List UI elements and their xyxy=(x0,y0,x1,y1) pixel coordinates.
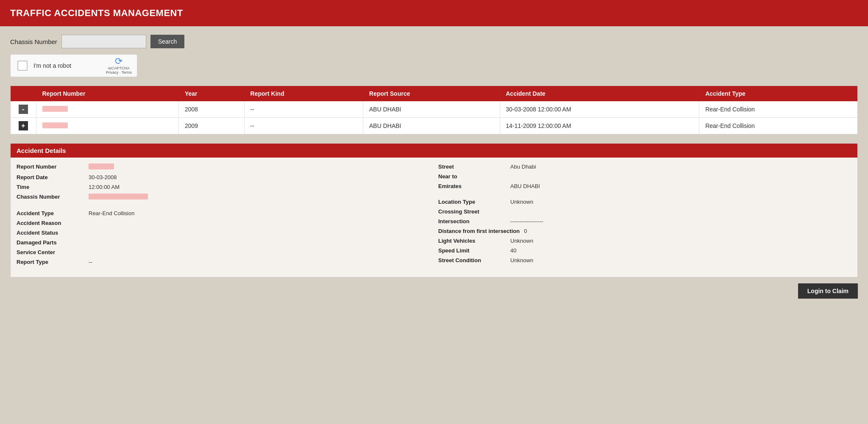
detail-row: Accident Reason xyxy=(17,220,430,226)
detail-row: Light VehiclesUnknown xyxy=(438,238,851,244)
detail-value: -- xyxy=(89,259,92,265)
cell-accident-type: Rear-End Collision xyxy=(699,118,857,134)
detail-value xyxy=(89,194,148,201)
detail-row: Time12:00:00 AM xyxy=(17,184,430,190)
recaptcha-label: I'm not a robot xyxy=(33,62,71,69)
detail-label: Light Vehicles xyxy=(438,238,506,244)
page-title: TRAFFIC ACCIDENTS MANAGEMENT xyxy=(10,8,183,18)
recaptcha-arrows-icon: ⟳ xyxy=(106,57,132,66)
search-button[interactable]: Search xyxy=(150,35,184,48)
accident-details-title: Accident Details xyxy=(17,147,66,154)
detail-value: 30-03-2008 xyxy=(89,174,117,180)
collapse-row-button[interactable]: - xyxy=(19,105,28,114)
detail-row: Damaged Parts xyxy=(17,239,430,246)
cell-report-kind: -- xyxy=(244,118,363,134)
col-toggle xyxy=(11,86,36,101)
detail-label: Intersection xyxy=(438,218,506,224)
detail-row: Accident Status xyxy=(17,230,430,236)
accident-details-section: Accident Details Report NumberReport Dat… xyxy=(10,143,858,277)
recaptcha-widget: I'm not a robot ⟳ reCAPTCHA Privacy · Te… xyxy=(10,54,137,77)
detail-row: Near to xyxy=(438,173,851,180)
detail-row: Report Number xyxy=(17,164,430,171)
cell-accident-type: Rear-End Collision xyxy=(699,101,857,118)
detail-value: Unknown xyxy=(510,199,533,205)
table-row: +2009--ABU DHABI14-11-2009 12:00:00 AMRe… xyxy=(11,118,857,134)
footer-row: Login to Claim xyxy=(10,277,858,300)
detail-label: Speed Limit xyxy=(438,247,506,254)
detail-value: ------------------ xyxy=(510,218,543,224)
detail-value: ABU DHABI xyxy=(510,183,540,189)
detail-row: Service Center xyxy=(17,249,430,255)
recaptcha-logo: ⟳ reCAPTCHA Privacy · Terms xyxy=(106,57,132,75)
detail-value: Rear-End Collision xyxy=(89,210,134,216)
col-accident-type: Accident Type xyxy=(699,86,857,101)
detail-value: Abu Dhabi xyxy=(510,164,536,170)
detail-row: Report Date30-03-2008 xyxy=(17,174,430,180)
detail-label: Report Number xyxy=(17,164,84,170)
detail-label: Time xyxy=(17,184,84,190)
detail-label: Crossing Street xyxy=(438,208,506,215)
header: TRAFFIC ACCIDENTS MANAGEMENT xyxy=(0,0,868,26)
detail-value: Unknown xyxy=(510,238,533,244)
cell-report-source: ABU DHABI xyxy=(363,118,500,134)
detail-row: EmiratesABU DHABI xyxy=(438,183,851,189)
chassis-number-label: Chassis Number xyxy=(10,38,57,45)
detail-value: 40 xyxy=(510,247,516,254)
chassis-number-input[interactable] xyxy=(61,35,146,48)
detail-right-col: StreetAbu DhabiNear toEmiratesABU DHABIL… xyxy=(438,164,851,269)
col-report-number: Report Number xyxy=(36,86,178,101)
detail-label: Chassis Number xyxy=(17,194,84,200)
detail-label: Distance from first intersection xyxy=(438,228,520,234)
detail-value: 0 xyxy=(524,228,527,234)
cell-report-source: ABU DHABI xyxy=(363,101,500,118)
detail-label: Accident Type xyxy=(17,210,84,216)
expand-row-button[interactable]: + xyxy=(19,121,28,130)
detail-row: Report Type-- xyxy=(17,259,430,265)
accident-details-header: Accident Details xyxy=(11,144,857,158)
detail-label: Emirates xyxy=(438,183,506,189)
table-header-row: Report Number Year Report Kind Report So… xyxy=(11,86,857,101)
detail-value: 12:00:00 AM xyxy=(89,184,120,190)
detail-label: Near to xyxy=(438,173,506,180)
col-report-source: Report Source xyxy=(363,86,500,101)
cell-year: 2009 xyxy=(178,118,244,134)
recaptcha-checkbox[interactable] xyxy=(17,61,28,71)
col-report-kind: Report Kind xyxy=(244,86,363,101)
detail-label: Report Type xyxy=(17,259,84,265)
detail-left-col: Report NumberReport Date30-03-2008Time12… xyxy=(17,164,438,269)
detail-value: Unknown xyxy=(510,257,533,263)
detail-row: Street ConditionUnknown xyxy=(438,257,851,263)
detail-label: Location Type xyxy=(438,199,506,205)
col-year: Year xyxy=(178,86,244,101)
cell-accident-date: 14-11-2009 12:00:00 AM xyxy=(500,118,699,134)
detail-label: Report Date xyxy=(17,174,84,180)
col-accident-date: Accident Date xyxy=(500,86,699,101)
detail-label: Service Center xyxy=(17,249,84,255)
cell-accident-date: 30-03-2008 12:00:00 AM xyxy=(500,101,699,118)
detail-row: Intersection------------------ xyxy=(438,218,851,224)
recaptcha-links: Privacy · Terms xyxy=(106,70,132,75)
detail-value xyxy=(89,164,114,171)
detail-label: Accident Status xyxy=(17,230,84,236)
detail-row: Location TypeUnknown xyxy=(438,199,851,205)
table-row: -2008--ABU DHABI30-03-2008 12:00:00 AMRe… xyxy=(11,101,857,118)
detail-row: Accident TypeRear-End Collision xyxy=(17,210,430,216)
detail-label: Damaged Parts xyxy=(17,239,84,246)
detail-row: StreetAbu Dhabi xyxy=(438,164,851,170)
detail-label: Street xyxy=(438,164,506,170)
cell-report-kind: -- xyxy=(244,101,363,118)
cell-year: 2008 xyxy=(178,101,244,118)
detail-row: Speed Limit40 xyxy=(438,247,851,254)
detail-row: Crossing Street xyxy=(438,208,851,215)
detail-label: Accident Reason xyxy=(17,220,84,226)
recaptcha-brand: reCAPTCHA xyxy=(106,66,132,70)
detail-row: Chassis Number xyxy=(17,194,430,201)
detail-row: Distance from first intersection0 xyxy=(438,228,851,234)
login-to-claim-button[interactable]: Login to Claim xyxy=(798,283,858,299)
accidents-table: Report Number Year Report Kind Report So… xyxy=(10,86,858,135)
detail-label: Street Condition xyxy=(438,257,506,263)
